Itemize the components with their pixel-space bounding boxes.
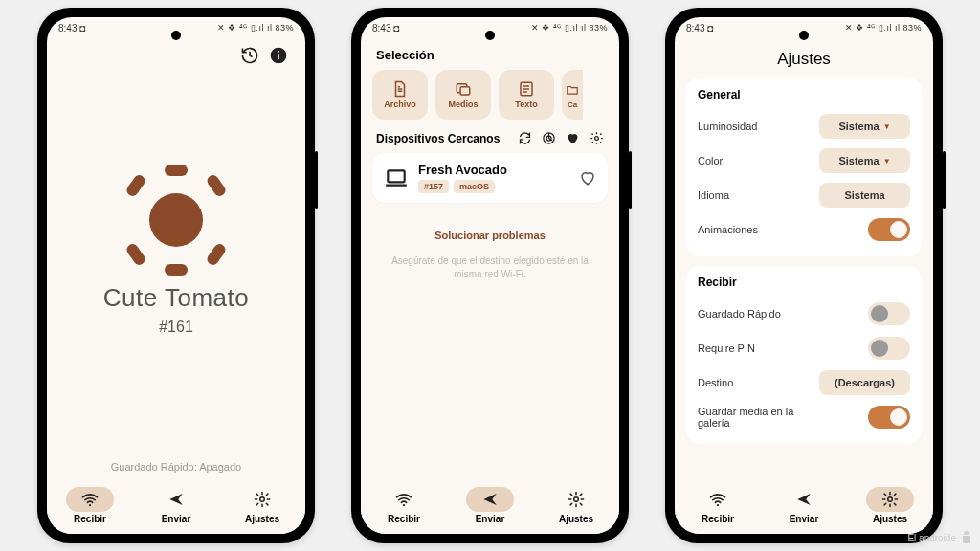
svg-point-15 — [888, 496, 893, 501]
device-hash-tag: #157 — [418, 180, 449, 193]
nav-receive[interactable]: Recibir — [694, 487, 742, 524]
wifi-icon — [81, 491, 99, 508]
svg-point-10 — [595, 137, 599, 141]
wifi-hint: Asegúrate de que el destino elegido esté… — [372, 254, 608, 281]
device-os-tag: macOS — [454, 180, 495, 193]
quicksave-status: Guardado Rápido: Apagado — [58, 461, 294, 473]
camera-hole — [485, 31, 495, 40]
camera-hole — [799, 31, 809, 40]
svg-point-3 — [89, 503, 91, 505]
favorite-icon[interactable] — [579, 169, 596, 187]
nav-label: Enviar — [162, 514, 191, 524]
svg-point-16 — [964, 533, 965, 534]
folder-icon — [566, 81, 579, 99]
animations-label: Animaciones — [698, 224, 758, 235]
wifi-icon — [395, 491, 412, 508]
phone-mockup-send: 8:43 ◘ ✕ ❖ ⁴ᴳ ▯.ıl ıl 83% Selección Arch… — [351, 8, 629, 543]
android-icon — [959, 530, 974, 545]
color-label: Color — [698, 155, 723, 166]
language-button[interactable]: Sistema — [819, 183, 910, 208]
nav-label: Enviar — [790, 514, 819, 524]
bottom-nav: Recibir Enviar Ajustes — [47, 480, 305, 534]
device-hash: #161 — [159, 319, 193, 336]
receive-card: Recibir Guardado Rápido Require PIN Dest… — [686, 266, 922, 444]
nav-settings[interactable]: Ajustes — [552, 487, 600, 524]
destination-button[interactable]: (Descargas) — [819, 370, 910, 395]
laptop-icon — [384, 165, 409, 190]
nav-send[interactable]: Enviar — [466, 487, 514, 524]
nav-label: Recibir — [74, 514, 106, 524]
device-card[interactable]: Fresh Avocado #157 macOS — [372, 153, 608, 203]
savemedia-label: Guardar media en la galería — [698, 406, 813, 429]
nav-label: Ajustes — [873, 514, 907, 524]
nav-label: Enviar — [476, 514, 505, 524]
device-name: Cute Tomato — [103, 283, 249, 313]
nav-label: Ajustes — [559, 514, 593, 524]
pin-toggle[interactable] — [868, 337, 910, 360]
bottom-nav: Recibir Enviar Ajustes — [675, 480, 933, 534]
send-icon — [795, 491, 813, 508]
pin-label: Require PIN — [698, 342, 755, 354]
device-name: Fresh Avocado — [418, 163, 569, 177]
svg-point-12 — [403, 503, 405, 505]
nav-settings[interactable]: Ajustes — [238, 487, 286, 524]
svg-rect-6 — [460, 87, 470, 95]
selection-heading: Selección — [376, 48, 608, 62]
gear-icon — [881, 491, 899, 508]
svg-point-17 — [968, 533, 969, 534]
send-icon — [481, 491, 499, 508]
text-icon — [518, 80, 535, 98]
nav-receive[interactable]: Recibir — [380, 487, 428, 524]
file-icon — [391, 80, 409, 98]
svg-rect-11 — [388, 170, 404, 182]
general-card: General Luminosidad Sistema▼ Color Siste… — [686, 78, 922, 256]
nearby-heading: Dispositivos Cercanos — [376, 132, 500, 145]
nav-send[interactable]: Enviar — [152, 487, 200, 524]
color-select[interactable]: Sistema▼ — [819, 148, 910, 173]
nav-label: Recibir — [702, 514, 734, 524]
quicksave-toggle[interactable] — [868, 302, 910, 325]
gear-icon — [254, 491, 271, 508]
phone-mockup-receive: 8:43 ◘ ✕ ❖ ⁴ᴳ ▯.ıl ıl 83% — [37, 8, 315, 543]
troubleshoot-link[interactable]: Solucionar problemas — [372, 230, 608, 241]
gear-icon[interactable] — [590, 131, 604, 145]
general-heading: General — [698, 88, 910, 101]
page-title: Ajustes — [686, 50, 922, 69]
animations-toggle[interactable] — [868, 218, 910, 241]
chip-text[interactable]: Texto — [499, 70, 554, 120]
receive-heading: Recibir — [698, 276, 910, 289]
nav-send[interactable]: Enviar — [780, 487, 828, 524]
camera-hole — [171, 31, 181, 40]
watermark: El androide — [907, 530, 974, 545]
nav-receive[interactable]: Recibir — [66, 487, 114, 524]
send-icon — [167, 491, 185, 508]
quicksave-label: Guardado Rápido — [698, 308, 781, 320]
phone-mockup-settings: 8:43 ◘ ✕ ❖ ⁴ᴳ ▯.ıl ıl 83% Ajustes Genera… — [665, 8, 943, 543]
gear-icon — [568, 491, 585, 508]
nav-label: Recibir — [388, 514, 420, 524]
brightness-label: Luminosidad — [698, 121, 757, 132]
svg-point-14 — [717, 503, 719, 505]
language-label: Idioma — [698, 189, 729, 201]
chevron-down-icon: ▼ — [883, 122, 891, 131]
media-icon — [455, 80, 472, 98]
selection-chips: Archivo Medios Texto Ca — [372, 70, 608, 120]
bottom-nav: Recibir Enviar Ajustes — [361, 480, 619, 534]
nav-settings[interactable]: Ajustes — [866, 487, 914, 524]
nav-label: Ajustes — [245, 514, 279, 524]
chip-media[interactable]: Medios — [435, 70, 491, 120]
savemedia-toggle[interactable] — [868, 406, 910, 429]
chevron-down-icon: ▼ — [883, 157, 891, 165]
svg-point-4 — [260, 496, 265, 501]
destination-label: Destino — [698, 377, 733, 388]
radar-icon[interactable] — [542, 131, 556, 145]
sync-icon[interactable] — [518, 131, 532, 145]
app-logo — [119, 163, 234, 277]
wifi-icon — [709, 491, 726, 508]
heart-icon[interactable] — [566, 131, 580, 145]
brightness-select[interactable]: Sistema▼ — [819, 114, 910, 139]
chip-folder[interactable]: Ca — [562, 70, 583, 120]
svg-point-13 — [574, 496, 579, 501]
chip-file[interactable]: Archivo — [372, 70, 428, 120]
